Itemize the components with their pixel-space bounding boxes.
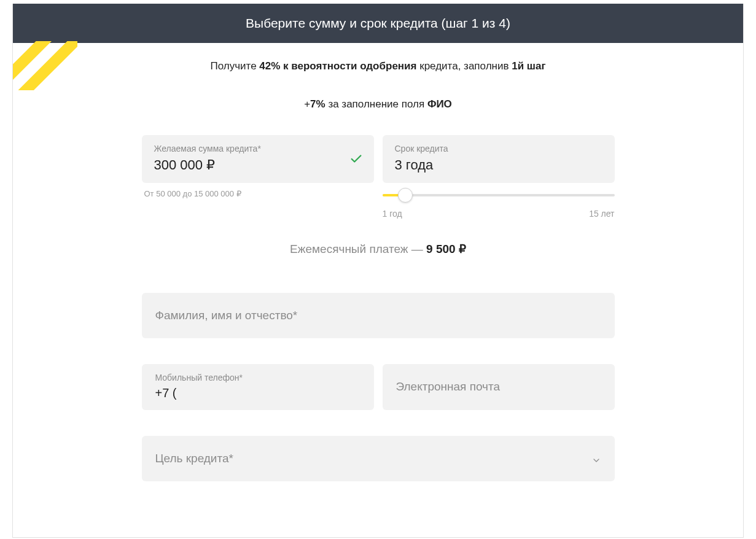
check-icon — [349, 152, 363, 168]
slider-thumb[interactable] — [398, 188, 413, 203]
page: Выберите сумму и срок кредита (шаг 1 из … — [12, 4, 744, 538]
bonus-line: +7% за заполнение поля ФИО — [13, 90, 743, 135]
monthly-label: Ежемесячный платеж — — [290, 242, 426, 255]
amount-term-row: Желаемая сумма кредита* 300 000 ₽ От 50 … — [142, 135, 615, 219]
monthly-payment: Ежемесячный платеж — 9 500 ₽ — [142, 242, 615, 256]
email-placeholder: Электронная почта — [396, 380, 501, 393]
bonus-plus: + — [304, 98, 310, 110]
purpose-placeholder: Цель кредита* — [155, 452, 233, 465]
term-max-label: 15 лет — [589, 209, 614, 219]
term-value: 3 года — [395, 157, 602, 173]
amount-field[interactable]: Желаемая сумма кредита* 300 000 ₽ — [142, 135, 374, 183]
phone-field[interactable]: Мобильный телефон* +7 ( — [142, 364, 374, 410]
form: Желаемая сумма кредита* 300 000 ₽ От 50 … — [142, 135, 615, 506]
chevron-down-icon — [591, 456, 601, 468]
term-min-label: 1 год — [383, 209, 402, 219]
approval-step: 1й шаг — [512, 60, 545, 72]
amount-label: Желаемая сумма кредита* — [154, 144, 362, 153]
fio-field[interactable]: Фамилия, имя и отчество* — [142, 293, 615, 338]
term-slider[interactable] — [383, 187, 615, 205]
term-label: Срок кредита — [395, 144, 602, 153]
approval-pct: 42% к вероятности одобрения — [259, 60, 416, 72]
phone-label: Мобильный телефон* — [155, 373, 360, 382]
step-header: Выберите сумму и срок кредита (шаг 1 из … — [13, 4, 743, 43]
bonus-field: ФИО — [427, 98, 452, 110]
slider-labels: 1 год 15 лет — [383, 209, 615, 219]
term-field[interactable]: Срок кредита 3 года — [383, 135, 615, 183]
purpose-select[interactable]: Цель кредита* — [142, 436, 615, 481]
approval-suffix: кредита, заполнив — [416, 60, 512, 72]
approval-line: Получите 42% к вероятности одобрения кре… — [13, 43, 743, 90]
monthly-value: 9 500 ₽ — [426, 242, 466, 255]
email-field[interactable]: Электронная почта — [383, 364, 615, 410]
amount-hint: От 50 000 до 15 000 000 ₽ — [142, 189, 374, 198]
amount-value: 300 000 ₽ — [154, 157, 362, 173]
bonus-pct: 7% — [310, 98, 325, 110]
approval-prefix: Получите — [210, 60, 259, 72]
fio-placeholder: Фамилия, имя и отчество* — [155, 309, 298, 322]
phone-value: +7 ( — [155, 386, 360, 400]
slider-track — [383, 194, 615, 196]
bonus-text: за заполнение поля — [325, 98, 427, 110]
brand-stripes — [13, 41, 77, 90]
step-title: Выберите сумму и срок кредита (шаг 1 из … — [246, 16, 510, 30]
